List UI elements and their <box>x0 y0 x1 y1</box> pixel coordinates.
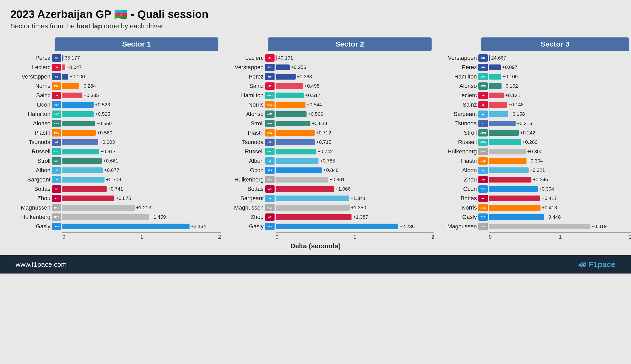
team-icon: RB <box>52 54 61 62</box>
data-bar <box>62 149 99 154</box>
footer-url: www.f1pace.com <box>16 261 67 269</box>
bar-container: +0.100 <box>62 73 224 80</box>
table-row: Hulkenberg HAS +0.300 <box>437 147 631 156</box>
chart-section-1: Sector 1Perez RB 35.177Leclerc SF +0.047… <box>10 37 224 240</box>
table-row: Piastri MCL +0.712 <box>224 128 437 137</box>
driver-name: Verstappen <box>437 55 478 61</box>
bar-value: +2.134 <box>191 224 206 229</box>
data-bar <box>62 74 68 80</box>
bar-value: +0.417 <box>542 196 557 201</box>
table-row: Albon W +0.785 <box>224 157 437 165</box>
bar-value: +0.560 <box>97 130 112 136</box>
bar-container: +2.236 <box>276 223 437 230</box>
driver-name: Sainz <box>10 92 52 99</box>
data-bar <box>62 224 190 229</box>
bar-value: +0.741 <box>108 186 123 192</box>
data-bar <box>489 205 541 211</box>
driver-name: Tsunoda <box>10 139 52 146</box>
table-row: Hamilton AMG +0.525 <box>10 110 224 119</box>
team-icon: MCL <box>52 82 61 90</box>
table-row: Stroll AMR +0.242 <box>437 128 631 137</box>
team-icon: AMR <box>52 157 61 165</box>
bar-container: +0.394 <box>489 185 631 193</box>
table-row: Leclerc SF +0.047 <box>10 63 224 72</box>
bar-container: +0.638 <box>276 120 437 127</box>
axis-labels: 012 <box>489 234 631 240</box>
bar-container: +0.100 <box>489 73 631 80</box>
table-row: Sainz SF +0.148 <box>437 100 631 109</box>
team-icon: AR <box>52 195 61 202</box>
team-icon: ALP <box>265 223 275 230</box>
bar-value: +0.158 <box>510 111 525 117</box>
bar-container: +0.121 <box>489 92 631 99</box>
bar-container: +0.875 <box>62 195 224 202</box>
axis-row: 012 <box>276 232 434 240</box>
team-icon: ALP <box>52 101 61 108</box>
team-icon: AMR <box>478 82 488 90</box>
bar-container: +0.047 <box>62 64 224 71</box>
bar-container: +1.387 <box>276 213 437 221</box>
bar-container: 35.177 <box>62 54 224 62</box>
bar-value: +1.387 <box>353 214 368 220</box>
table-row: Albon W +0.321 <box>437 166 631 175</box>
data-bar <box>62 177 105 183</box>
table-row: Bottas AR +0.417 <box>437 194 631 203</box>
driver-name: Stroll <box>10 158 52 164</box>
bar-value: +0.715 <box>316 139 331 145</box>
driver-name: Perez <box>10 55 52 61</box>
team-icon: AMR <box>265 110 275 118</box>
bar-value: +0.617 <box>100 149 116 154</box>
bar-container: +0.158 <box>489 110 631 118</box>
data-bar <box>62 102 94 108</box>
bar-container: +0.715 <box>276 139 437 146</box>
driver-name: Stroll <box>224 120 265 127</box>
bar-value: +0.523 <box>95 102 110 108</box>
table-row: Piastri MCL +0.304 <box>437 157 631 165</box>
table-row: Perez RB 35.177 <box>10 54 224 62</box>
table-row: Ocon ALP +0.394 <box>437 185 631 193</box>
table-row: Zhou AR +1.387 <box>224 213 437 222</box>
team-icon: W <box>265 195 275 202</box>
bar-container: +0.677 <box>62 167 224 174</box>
bar-value: +0.321 <box>530 167 545 173</box>
table-row: Leclerc SF 40.191 <box>224 54 437 62</box>
team-icon: MCL <box>265 101 275 108</box>
sector-header-3: Sector 3 <box>481 37 629 51</box>
bar-value: +0.335 <box>84 93 99 98</box>
data-bar <box>276 214 352 220</box>
driver-name: Albon <box>224 158 265 164</box>
bar-value: +0.448 <box>545 214 561 220</box>
table-row: Zhou AR +0.875 <box>10 194 224 203</box>
team-icon: SF <box>265 82 275 90</box>
bar-container: +0.335 <box>62 92 224 99</box>
driver-name: Bottas <box>224 186 265 192</box>
data-bar <box>489 167 529 173</box>
driver-name: Zhou <box>224 214 265 220</box>
bar-value: +0.345 <box>533 177 548 183</box>
team-icon: HAS <box>52 213 61 221</box>
bar-container: +0.550 <box>62 120 224 127</box>
team-icon: ALP <box>478 213 488 221</box>
team-icon: MCL <box>478 204 488 211</box>
bar-value: +0.300 <box>527 149 543 154</box>
table-row: Russell AMG +0.260 <box>437 138 631 147</box>
bar-value: +0.256 <box>291 64 306 70</box>
driver-name: Piastri <box>224 129 265 136</box>
axis-labels: 012 <box>62 234 221 240</box>
data-bar <box>276 83 303 89</box>
team-icon: AMG <box>52 110 61 118</box>
table-row: Hamilton AMG +0.100 <box>437 72 631 81</box>
driver-name: Perez <box>224 73 265 80</box>
data-bar <box>62 186 107 192</box>
axis-tick: 2 <box>431 234 434 240</box>
driver-name: Sargeant <box>10 176 52 183</box>
table-row: Piastri MCL +0.560 <box>10 128 224 137</box>
axis-tick: 0 <box>276 234 278 240</box>
bar-container: +0.345 <box>489 176 631 183</box>
bar-value: +0.097 <box>502 64 517 70</box>
data-bar <box>489 196 540 201</box>
bar-container: +0.617 <box>62 148 224 155</box>
bar-value: +0.566 <box>308 111 323 117</box>
team-icon: AMG <box>478 73 488 80</box>
driver-name: Piastri <box>10 129 52 136</box>
